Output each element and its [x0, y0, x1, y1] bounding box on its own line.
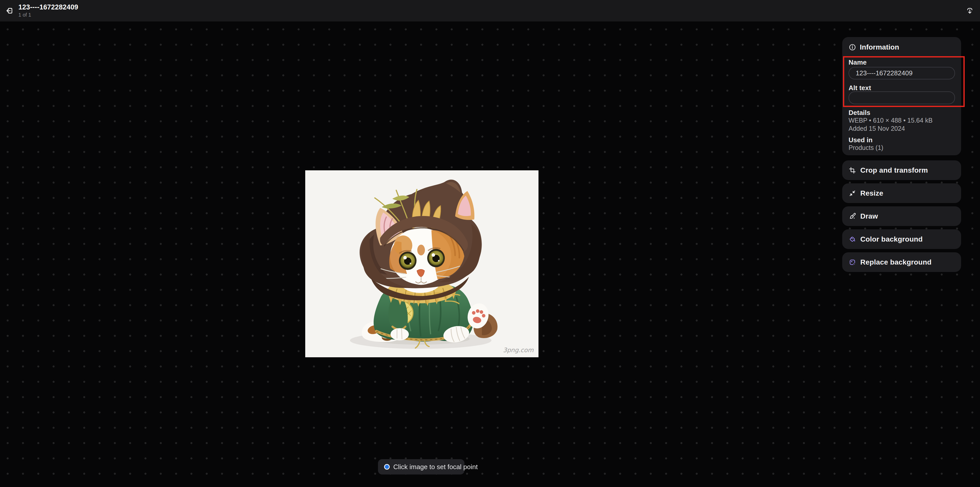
info-icon — [849, 43, 856, 51]
focal-point-icon — [384, 464, 390, 469]
information-heading-label: Information — [860, 43, 899, 51]
name-label: Name — [849, 59, 867, 66]
crop-and-transform-button[interactable]: Crop and transform — [842, 160, 961, 180]
draw-button[interactable]: Draw — [842, 206, 961, 226]
exit-button[interactable] — [5, 6, 15, 16]
crop-icon — [849, 166, 856, 174]
used-in-value[interactable]: Products (1) — [849, 144, 883, 152]
file-title: 123----1672282409 — [18, 3, 78, 11]
download-button[interactable] — [964, 5, 975, 16]
file-counter: 1 of 1 — [18, 11, 78, 18]
replace-background-icon — [849, 259, 856, 266]
information-panel: Information Name Alt text Details WEBP •… — [842, 37, 961, 155]
name-input[interactable] — [849, 67, 955, 80]
media-image[interactable]: 3png.com — [305, 170, 538, 357]
details-heading: Details — [849, 109, 870, 117]
tool-label: Color background — [860, 235, 923, 243]
replace-background-button[interactable]: Replace background — [842, 252, 961, 272]
watermark-text: 3png.com — [503, 346, 534, 354]
focal-point-tooltip: Click image to set focal point — [378, 459, 465, 474]
resize-button[interactable]: Resize — [842, 184, 961, 203]
tool-label: Crop and transform — [860, 166, 928, 174]
download-icon — [966, 6, 974, 15]
details-added: Added 15 Nov 2024 — [849, 125, 905, 132]
media-editor: 123----1672282409 1 of 1 — [0, 0, 980, 487]
top-bar: 123----1672282409 1 of 1 — [0, 0, 980, 21]
canvas[interactable]: 3png.com Click image to set focal point — [0, 21, 980, 487]
color-background-icon — [849, 235, 856, 243]
file-title-block: 123----1672282409 1 of 1 — [18, 3, 78, 18]
details-meta: WEBP • 610 × 488 • 15.64 kB — [849, 117, 932, 124]
color-background-button[interactable]: Color background — [842, 229, 961, 249]
exit-icon — [6, 6, 14, 15]
tool-label: Replace background — [860, 258, 932, 267]
kitten-scarecrow-illustration: 3png.com — [305, 170, 538, 357]
alt-text-input[interactable] — [849, 91, 955, 104]
tool-label: Resize — [860, 189, 883, 197]
resize-icon — [849, 190, 856, 197]
tool-label: Draw — [860, 212, 878, 220]
alt-text-label: Alt text — [849, 84, 871, 92]
used-in-heading: Used in — [849, 136, 873, 144]
tooltip-text: Click image to set focal point — [393, 463, 478, 471]
information-heading: Information — [849, 43, 899, 51]
draw-icon — [849, 212, 856, 220]
